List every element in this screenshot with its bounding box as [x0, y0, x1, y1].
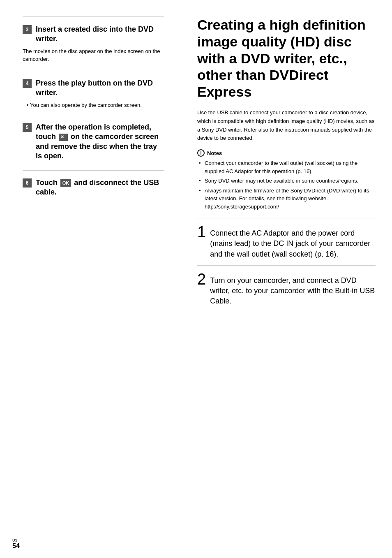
step-4-number: 4	[23, 79, 32, 88]
step-6-number: 6	[23, 178, 32, 188]
step-6-title: Touch OK and disconnect the USB cable.	[36, 178, 164, 197]
right-intro-text: Use the USB cable to connect your camcor…	[197, 109, 376, 143]
right-step-1-header: 1 Connect the AC Adaptor and the power c…	[197, 226, 376, 259]
x-button-icon: ✕	[59, 134, 68, 141]
note-1: Connect your camcorder to the wall outle…	[199, 159, 376, 175]
step-4-block: 4 Press the play button on the DVD write…	[23, 71, 164, 115]
right-step-1-text: Connect the AC Adaptor and the power cor…	[210, 228, 376, 259]
step-5-block: 5 After the operation is completed, touc…	[23, 115, 164, 170]
right-step-1-block: 1 Connect the AC Adaptor and the power c…	[197, 218, 376, 265]
right-step-2-header: 2 Turn on your camcorder, and connect a …	[197, 273, 376, 307]
notes-header: i Notes	[197, 149, 376, 157]
page-footer: US 54	[12, 538, 20, 550]
step-3-body-text: The movies on the disc appear on the ind…	[23, 47, 164, 63]
step-3-body: The movies on the disc appear on the ind…	[23, 47, 164, 63]
left-column: 3 Insert a created disc into the DVD wri…	[0, 16, 181, 533]
step-6-title-before: Touch	[36, 178, 58, 187]
step-4-bullet-1: You can also operate by the camcorder sc…	[27, 101, 164, 109]
notes-icon: i	[197, 149, 205, 157]
step-4-header: 4 Press the play button on the DVD write…	[23, 79, 164, 98]
step-4-title: Press the play button on the DVD writer.	[36, 79, 164, 98]
step-5-header: 5 After the operation is completed, touc…	[23, 123, 164, 161]
page-number: 54	[12, 542, 20, 549]
ok-button-icon: OK	[60, 179, 71, 187]
step-3-title: Insert a created disc into the DVD write…	[36, 25, 164, 44]
notes-label: Notes	[207, 150, 222, 156]
step-5-title: After the operation is completed, touch …	[36, 123, 164, 161]
right-step-2-text: Turn on your camcorder, and connect a DV…	[210, 276, 376, 307]
step-6-header: 6 Touch OK and disconnect the USB cable.	[23, 178, 164, 197]
right-column: Creating a high definition image quality…	[181, 16, 392, 533]
step-3-header: 3 Insert a created disc into the DVD wri…	[23, 25, 164, 44]
step-3-block: 3 Insert a created disc into the DVD wri…	[23, 17, 164, 71]
step-5-number: 5	[23, 123, 32, 132]
notes-section: i Notes Connect your camcorder to the wa…	[197, 149, 376, 211]
note-2: Sony DVD writer may not be available in …	[199, 177, 376, 185]
page: 3 Insert a created disc into the DVD wri…	[0, 0, 392, 558]
right-step-2-number: 2	[197, 271, 206, 287]
note-3: Always maintain the firmware of the Sony…	[199, 187, 376, 211]
notes-list: Connect your camcorder to the wall outle…	[197, 159, 376, 211]
locale-label: US	[12, 538, 20, 542]
step-6-block: 6 Touch OK and disconnect the USB cable.	[23, 170, 164, 206]
page-title: Creating a high definition image quality…	[197, 16, 376, 100]
right-step-1-number: 1	[197, 224, 206, 240]
right-step-2-block: 2 Turn on your camcorder, and connect a …	[197, 265, 376, 313]
step-4-bullets: You can also operate by the camcorder sc…	[23, 101, 164, 109]
step-3-number: 3	[23, 25, 32, 34]
